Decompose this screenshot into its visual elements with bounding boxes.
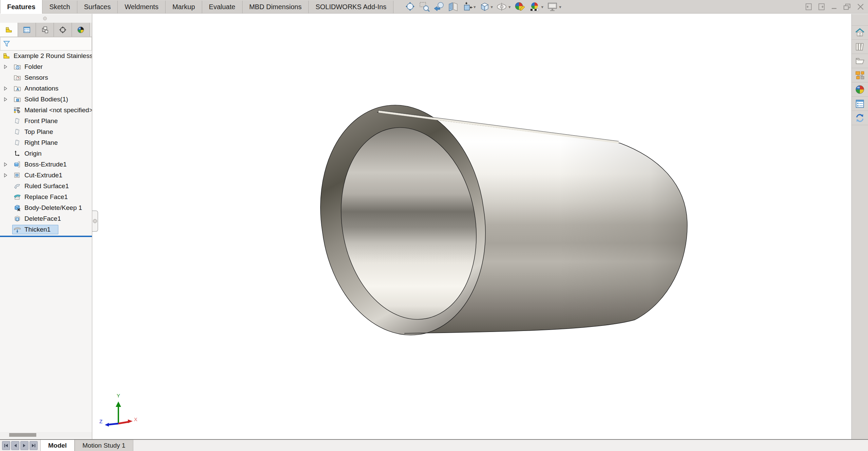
tab-label: Sketch: [49, 3, 70, 11]
tab-dimxpertmanager[interactable]: [54, 23, 72, 37]
tree-item-replace-face1[interactable]: Replace Face1: [0, 192, 92, 202]
expand-arrow-icon[interactable]: [3, 64, 8, 70]
tab-motion-study-1[interactable]: Motion Study 1: [75, 440, 133, 451]
tab-surfaces[interactable]: Surfaces: [77, 1, 118, 13]
feature-manager-panel: Example 2 Round Stainless S Folder Senso…: [0, 14, 92, 439]
expand-arrow-icon[interactable]: [3, 97, 8, 102]
view-palette-button[interactable]: [852, 68, 868, 82]
panel-horizontal-scrollbar[interactable]: [0, 432, 92, 438]
minimize-button[interactable]: [831, 3, 837, 11]
tab-model[interactable]: Model: [40, 440, 75, 451]
zoom-to-area-button[interactable]: [419, 1, 431, 13]
tree-item-label: Origin: [24, 150, 42, 157]
panel-collapse-strip[interactable]: [0, 14, 92, 23]
tab-markup[interactable]: Markup: [166, 1, 202, 13]
tab-evaluate[interactable]: Evaluate: [202, 1, 243, 13]
previous-tab-button[interactable]: [11, 441, 19, 450]
tree-item-cut-extrude1[interactable]: Cut-Extrude1: [0, 170, 92, 181]
expand-arrow-icon[interactable]: [3, 173, 8, 178]
tree-item-label: Ruled Surface1: [24, 182, 69, 190]
scrollbar-thumb[interactable]: [9, 433, 36, 437]
view-palette-icon: [855, 71, 865, 80]
ruled-surface-icon: [14, 182, 21, 190]
eye-icon: [496, 1, 508, 12]
tree-item-ruled-surface1[interactable]: Ruled Surface1: [0, 181, 92, 192]
next-tab-button[interactable]: [20, 441, 28, 450]
tree-item-right-plane[interactable]: Right Plane: [0, 137, 92, 148]
appearances-scenes-button[interactable]: [852, 82, 868, 97]
view-settings-button[interactable]: ▾: [546, 1, 562, 13]
task-pane-home-button[interactable]: [852, 25, 868, 40]
panel-tabs: [0, 23, 92, 37]
restore-button[interactable]: [843, 3, 851, 11]
tree-item-material[interactable]: Material <not specified>: [0, 105, 92, 116]
dropdown-caret[interactable]: ▾: [541, 5, 544, 9]
expand-arrow-icon[interactable]: [3, 162, 8, 167]
view-orientation-button[interactable]: ▾: [461, 1, 477, 13]
apply-scene-button[interactable]: ▾: [528, 1, 544, 13]
tab-weldments[interactable]: Weldments: [118, 1, 166, 13]
forum-sync-button[interactable]: [852, 111, 868, 125]
close-button[interactable]: [856, 3, 865, 11]
tree-item-top-plane[interactable]: Top Plane: [0, 126, 92, 137]
tree-item-thicken1[interactable]: Thicken1: [0, 224, 92, 235]
tree-item-deleteface1[interactable]: DeleteFace1: [0, 213, 92, 224]
tab-propertymanager[interactable]: [18, 23, 36, 37]
dropdown-caret[interactable]: ▾: [508, 5, 511, 9]
dropdown-caret[interactable]: ▾: [474, 5, 476, 9]
file-explorer-button[interactable]: [852, 54, 868, 68]
tab-featuremanager-design-tree[interactable]: [0, 23, 18, 37]
collapse-pane-right-button[interactable]: [818, 3, 825, 11]
first-tab-button[interactable]: [2, 441, 10, 450]
tab-solidworks-add-ins[interactable]: SOLIDWORKS Add-Ins: [309, 1, 393, 13]
tree-filter-input[interactable]: [13, 39, 92, 49]
design-library-button[interactable]: [852, 40, 868, 54]
tree-item-boss-extrude1[interactable]: Boss-Extrude1: [0, 159, 92, 170]
orientation-triad: Y X Z: [99, 392, 139, 429]
tab-features[interactable]: Features: [0, 0, 42, 14]
tab-mbd-dimensions[interactable]: MBD Dimensions: [243, 1, 309, 13]
tree-item-annotations[interactable]: A Annotations: [0, 83, 92, 94]
command-manager-bar: Features Sketch Surfaces Weldments Marku…: [0, 0, 868, 14]
previous-view-button[interactable]: [433, 1, 445, 13]
tree-item-body-delete-keep1[interactable]: Body-Delete/Keep 1: [0, 202, 92, 213]
tab-displaymanager[interactable]: [72, 23, 90, 37]
edit-appearance-button[interactable]: [514, 1, 526, 13]
collapse-pane-left-button[interactable]: [805, 3, 812, 11]
tree-item-root[interactable]: Example 2 Round Stainless S: [0, 51, 92, 61]
tab-configurationmanager[interactable]: [36, 23, 54, 37]
custom-properties-button[interactable]: [852, 97, 868, 111]
graphics-viewport[interactable]: Y X Z: [93, 14, 851, 439]
part-model[interactable]: [93, 14, 851, 439]
dropdown-caret[interactable]: ▾: [491, 5, 493, 9]
zoom-to-fit-button[interactable]: [404, 1, 417, 13]
tab-label: Surfaces: [84, 3, 111, 11]
grip-dot-icon: [43, 17, 47, 20]
last-tab-button[interactable]: [30, 441, 38, 450]
display-style-button[interactable]: ▾: [479, 1, 494, 13]
svg-text:A: A: [16, 87, 19, 91]
tree-item-origin[interactable]: Origin: [0, 148, 92, 159]
property-list-icon: [23, 26, 31, 34]
tree-item-label: Right Plane: [24, 139, 58, 146]
rollback-bar[interactable]: [0, 236, 92, 237]
tree-item-solid-bodies[interactable]: Solid Bodies(1): [0, 94, 92, 105]
tree-item-folder[interactable]: Folder: [0, 61, 92, 72]
expand-arrow-icon[interactable]: [3, 86, 8, 91]
part-icon: [3, 52, 10, 60]
tree-item-front-plane[interactable]: Front Plane: [0, 116, 92, 126]
panel-splitter-handle[interactable]: [92, 211, 98, 232]
tree-item-label: Top Plane: [24, 128, 53, 136]
section-view-button[interactable]: [447, 1, 459, 13]
dropdown-caret[interactable]: ▾: [559, 5, 561, 9]
hide-show-items-button[interactable]: ▾: [496, 1, 512, 13]
history-folder-icon: [14, 63, 21, 71]
tab-label: MBD Dimensions: [249, 3, 302, 11]
display-style-icon: [479, 1, 490, 12]
tree-item-sensors[interactable]: Sensors: [0, 72, 92, 83]
annotations-icon: A: [14, 85, 21, 92]
plane-icon: [14, 139, 21, 146]
tab-label: Features: [7, 3, 35, 11]
display-sphere-icon: [77, 26, 84, 34]
tab-sketch[interactable]: Sketch: [42, 1, 77, 13]
